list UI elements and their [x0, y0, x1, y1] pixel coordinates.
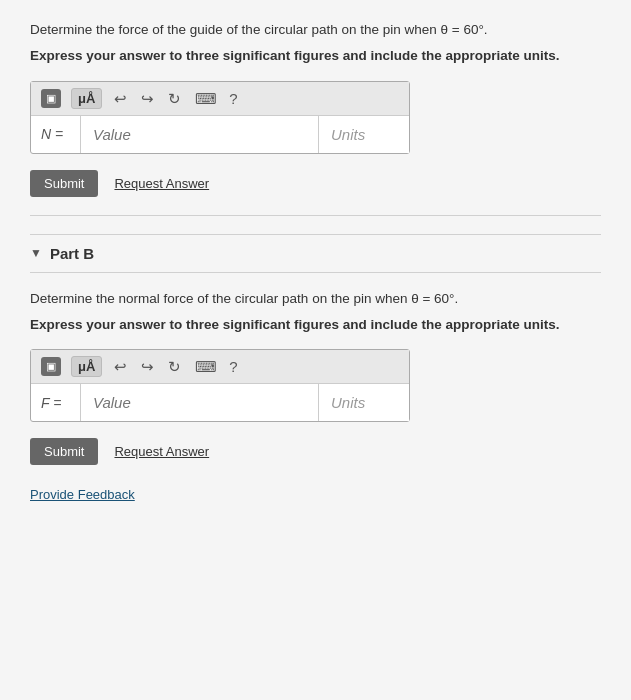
part-a-variable: N =: [41, 126, 63, 142]
part-b-input-row: F = Units: [31, 384, 409, 421]
part-b-question2: Express your answer to three significant…: [30, 315, 601, 335]
part-a-question1: Determine the force of the guide of the …: [30, 20, 601, 40]
part-b-title: Part B: [50, 245, 94, 262]
part-a-variable-label: N =: [31, 116, 81, 153]
part-a-input-row: N = Units: [31, 116, 409, 153]
keyboard-button[interactable]: ⌨: [193, 91, 219, 106]
part-b-request-answer-button[interactable]: Request Answer: [114, 444, 209, 459]
part-b-action-row: Submit Request Answer: [30, 438, 601, 465]
part-b-header: ▼ Part B: [30, 234, 601, 273]
part-a-question2: Express your answer to three significant…: [30, 46, 601, 66]
part-b-value-input[interactable]: [81, 384, 319, 421]
part-b-variable-label: F =: [31, 384, 81, 421]
provide-feedback-section: Provide Feedback: [30, 485, 601, 503]
part-b-variable: F =: [41, 395, 61, 411]
part-b-submit-button[interactable]: Submit: [30, 438, 98, 465]
redo-button[interactable]: ↪: [139, 91, 156, 106]
part-a-answer-box: ▣ μÅ ↩ ↪ ↻ ⌨ ? N = Units: [30, 81, 410, 154]
part-b-section: Determine the normal force of the circul…: [30, 289, 601, 466]
part-a-submit-button[interactable]: Submit: [30, 170, 98, 197]
part-b-answer-box: ▣ μÅ ↩ ↪ ↻ ⌨ ? F = Units: [30, 349, 410, 422]
part-b-keyboard-button[interactable]: ⌨: [193, 359, 219, 374]
part-b-question1: Determine the normal force of the circul…: [30, 289, 601, 309]
part-a-value-input[interactable]: [81, 116, 319, 153]
help-icon: ?: [229, 90, 237, 107]
part-b-format-icon-squares: ▣: [46, 360, 56, 373]
part-b-redo-button[interactable]: ↪: [139, 359, 156, 374]
part-a-action-row: Submit Request Answer: [30, 170, 601, 197]
part-b-format-icon-group: ▣: [41, 357, 61, 376]
part-a-section: Determine the force of the guide of the …: [30, 20, 601, 197]
format-icon-squares: ▣: [46, 92, 56, 105]
mu-label[interactable]: μÅ: [71, 88, 102, 109]
part-b-refresh-button[interactable]: ↻: [166, 359, 183, 374]
part-b-toolbar: ▣ μÅ ↩ ↪ ↻ ⌨ ?: [31, 350, 409, 384]
part-b-undo-button[interactable]: ↩: [112, 359, 129, 374]
part-a-toolbar: ▣ μÅ ↩ ↪ ↻ ⌨ ?: [31, 82, 409, 116]
part-a-units-field[interactable]: Units: [319, 116, 409, 153]
section-divider: [30, 215, 601, 216]
provide-feedback-link[interactable]: Provide Feedback: [30, 487, 135, 502]
undo-button[interactable]: ↩: [112, 91, 129, 106]
chevron-down-icon[interactable]: ▼: [30, 246, 42, 260]
refresh-button[interactable]: ↻: [166, 91, 183, 106]
part-b-mu-label[interactable]: μÅ: [71, 356, 102, 377]
part-a-request-answer-button[interactable]: Request Answer: [114, 176, 209, 191]
format-icon-group: ▣: [41, 89, 61, 108]
part-b-help-icon: ?: [229, 358, 237, 375]
part-b-units-field[interactable]: Units: [319, 384, 409, 421]
